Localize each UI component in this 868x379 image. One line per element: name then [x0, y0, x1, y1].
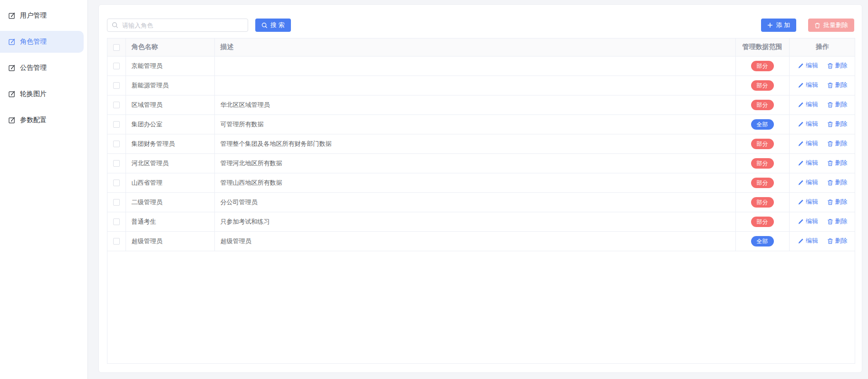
- scope-badge: 部分: [751, 61, 774, 71]
- delete-label: 删除: [835, 159, 848, 167]
- delete-button[interactable]: 删除: [827, 159, 848, 167]
- role-desc-cell: 只参加考试和练习: [214, 212, 735, 231]
- pencil-icon: [798, 63, 804, 69]
- table-header-row: 角色名称 描述 管理数据范围 操作: [107, 38, 855, 56]
- table-row: 京能管理员 部分 编辑 删除: [107, 56, 855, 76]
- table-row: 普通考生 只参加考试和练习 部分 编辑 删除: [107, 212, 855, 231]
- delete-button[interactable]: 删除: [827, 120, 848, 128]
- search-input[interactable]: [107, 19, 248, 32]
- row-checkbox[interactable]: [113, 238, 120, 245]
- header-actions: 操作: [789, 38, 855, 56]
- edit-label: 编辑: [806, 178, 818, 187]
- edit-label: 编辑: [806, 159, 818, 167]
- trash-icon: [814, 22, 820, 28]
- trash-icon: [827, 63, 833, 69]
- search-icon: [112, 22, 118, 28]
- edit-button[interactable]: 编辑: [798, 139, 818, 148]
- role-desc-cell: 管理整个集团及各地区所有财务部门数据: [214, 134, 735, 153]
- sidebar-item-label: 用户管理: [20, 11, 47, 20]
- batch-delete-button[interactable]: 批量删除: [808, 19, 854, 32]
- main-area: 搜 索 添 加 批量删除: [88, 0, 868, 379]
- delete-label: 删除: [835, 178, 848, 187]
- delete-button[interactable]: 删除: [827, 217, 848, 226]
- pencil-icon: [798, 141, 804, 147]
- table-row: 区域管理员 华北区区域管理员 部分 编辑 删除: [107, 95, 855, 114]
- delete-label: 删除: [835, 120, 848, 128]
- role-desc-cell: 超级管理员: [214, 231, 735, 251]
- table-row: 集团财务管理员 管理整个集团及各地区所有财务部门数据 部分 编辑 删除: [107, 134, 855, 153]
- role-name-cell: 山西省管理: [125, 173, 214, 192]
- sidebar-item-0[interactable]: 用户管理: [0, 5, 84, 27]
- role-name-cell: 京能管理员: [125, 56, 214, 76]
- pencil-icon: [798, 199, 804, 205]
- sidebar-item-label: 公告管理: [20, 64, 47, 72]
- delete-button[interactable]: 删除: [827, 237, 848, 245]
- edit-button[interactable]: 编辑: [798, 198, 818, 206]
- edit-button[interactable]: 编辑: [798, 120, 818, 128]
- row-checkbox[interactable]: [113, 180, 120, 186]
- row-checkbox[interactable]: [113, 141, 120, 147]
- row-checkbox[interactable]: [113, 121, 120, 128]
- edit-label: 编辑: [806, 139, 818, 148]
- pencil-icon: [798, 121, 804, 127]
- row-checkbox[interactable]: [113, 63, 120, 69]
- row-checkbox[interactable]: [113, 160, 120, 167]
- role-desc-cell: 管理山西地区所有数据: [214, 173, 735, 192]
- edit-button[interactable]: 编辑: [798, 81, 818, 89]
- pencil-icon: [798, 160, 804, 166]
- scope-badge: 部分: [751, 100, 774, 110]
- row-checkbox[interactable]: [113, 199, 120, 206]
- delete-button[interactable]: 删除: [827, 100, 848, 109]
- scope-badge: 部分: [751, 178, 774, 188]
- edit-button[interactable]: 编辑: [798, 159, 818, 167]
- role-name-cell: 区域管理员: [125, 95, 214, 114]
- toolbar: 搜 索 添 加 批量删除: [107, 19, 854, 32]
- role-name-cell: 超级管理员: [125, 231, 214, 251]
- select-all-checkbox[interactable]: [113, 44, 120, 51]
- table-row: 山西省管理 管理山西地区所有数据 部分 编辑 删除: [107, 173, 855, 192]
- trash-icon: [827, 141, 833, 147]
- sidebar-item-label: 参数配置: [20, 116, 47, 124]
- sidebar: 用户管理 角色管理 公告管理 轮换图片 参数配置: [0, 0, 88, 379]
- roles-table: 角色名称 描述 管理数据范围 操作 京能管理员 部分 编辑: [107, 38, 855, 364]
- pencil-icon: [798, 218, 804, 225]
- edit-square-icon: [8, 90, 16, 98]
- row-checkbox[interactable]: [113, 102, 120, 108]
- role-name-cell: 新能源管理员: [125, 76, 214, 95]
- trash-icon: [827, 160, 833, 166]
- edit-button[interactable]: 编辑: [798, 237, 818, 245]
- edit-button[interactable]: 编辑: [798, 61, 818, 70]
- batch-delete-label: 批量删除: [823, 21, 848, 29]
- delete-button[interactable]: 删除: [827, 198, 848, 206]
- delete-label: 删除: [835, 61, 848, 70]
- pencil-icon: [798, 82, 804, 88]
- role-desc-cell: 管理河北地区所有数据: [214, 153, 735, 173]
- delete-label: 删除: [835, 81, 848, 89]
- role-name-cell: 集团财务管理员: [125, 134, 214, 153]
- row-checkbox[interactable]: [113, 218, 120, 225]
- scope-badge: 部分: [751, 139, 774, 149]
- edit-button[interactable]: 编辑: [798, 178, 818, 187]
- search-button[interactable]: 搜 索: [255, 19, 291, 32]
- edit-button[interactable]: 编辑: [798, 217, 818, 226]
- edit-label: 编辑: [806, 100, 818, 109]
- role-name-cell: 普通考生: [125, 212, 214, 231]
- sidebar-item-1[interactable]: 角色管理: [0, 31, 84, 53]
- delete-button[interactable]: 删除: [827, 61, 848, 70]
- role-desc-cell: [214, 76, 735, 95]
- add-button[interactable]: 添 加: [761, 19, 796, 32]
- delete-button[interactable]: 删除: [827, 178, 848, 187]
- edit-label: 编辑: [806, 81, 818, 89]
- delete-button[interactable]: 删除: [827, 81, 848, 89]
- sidebar-item-3[interactable]: 轮换图片: [0, 83, 84, 105]
- row-checkbox[interactable]: [113, 82, 120, 89]
- table-row: 河北区管理员 管理河北地区所有数据 部分 编辑 删除: [107, 153, 855, 173]
- trash-icon: [827, 238, 833, 244]
- delete-button[interactable]: 删除: [827, 139, 848, 148]
- edit-button[interactable]: 编辑: [798, 100, 818, 109]
- table-row: 二级管理员 分公司管理员 部分 编辑 删除: [107, 192, 855, 212]
- sidebar-item-2[interactable]: 公告管理: [0, 57, 84, 79]
- trash-icon: [827, 199, 833, 205]
- search-field: [107, 19, 248, 32]
- sidebar-item-4[interactable]: 参数配置: [0, 109, 84, 131]
